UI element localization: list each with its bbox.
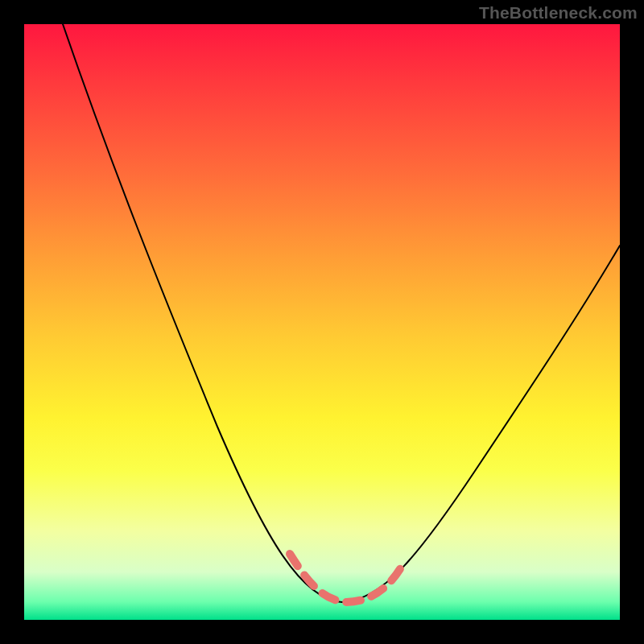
plot-area [24, 24, 620, 620]
bottleneck-curve-path [63, 24, 620, 602]
valley-dash-path [290, 554, 404, 602]
watermark-text: TheBottleneck.com [479, 3, 638, 23]
bottleneck-curve-svg [24, 24, 620, 620]
